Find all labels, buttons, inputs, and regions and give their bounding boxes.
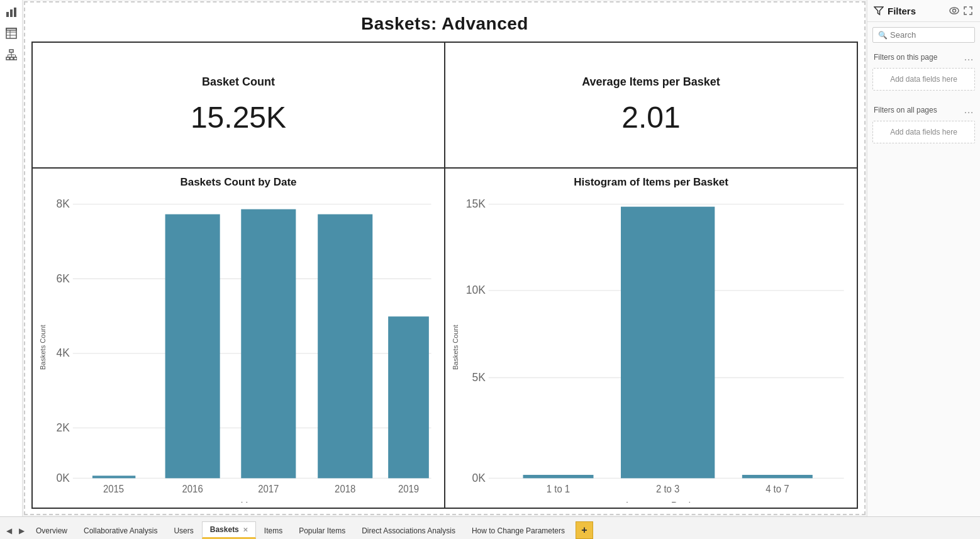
- tab-collaborative-label: Collaborative Analysis: [84, 526, 157, 535]
- svg-rect-10: [10, 57, 13, 60]
- tab-popular-items-label: Popular Items: [299, 526, 345, 535]
- filter-icon: [874, 6, 884, 16]
- tab-collaborative-analysis[interactable]: Collaborative Analysis: [75, 521, 165, 539]
- tabs-bar: ◀ ▶ Overview Collaborative Analysis User…: [0, 516, 980, 539]
- svg-text:4K: 4K: [57, 347, 70, 360]
- chart2-title: Histogram of Items per Basket: [450, 176, 852, 189]
- kpi2-title: Average Items per Basket: [582, 75, 720, 89]
- svg-text:8K: 8K: [57, 197, 70, 210]
- eye-icon[interactable]: [949, 5, 960, 16]
- filters-on-page-label: Filters on this page: [874, 53, 937, 62]
- svg-rect-33: [318, 214, 372, 479]
- kpi1-title: Basket Count: [202, 75, 275, 89]
- tab-baskets-label: Baskets: [210, 525, 239, 534]
- svg-point-54: [950, 8, 959, 14]
- kpi2-value: 2.01: [621, 100, 680, 135]
- svg-rect-0: [6, 12, 9, 17]
- kpi-avg-items: Average Items per Basket 2.01: [445, 42, 857, 168]
- tab-overview[interactable]: Overview: [28, 521, 75, 539]
- table-icon[interactable]: [4, 26, 18, 40]
- expand-icon[interactable]: [962, 5, 974, 16]
- svg-text:5K: 5K: [472, 370, 486, 384]
- chart1-y-label: Baskets Count: [38, 192, 48, 503]
- svg-text:4 to 7: 4 to 7: [766, 484, 789, 495]
- svg-text:0K: 0K: [472, 471, 486, 484]
- svg-marker-53: [874, 7, 883, 14]
- svg-rect-31: [241, 209, 296, 479]
- svg-rect-50: [742, 475, 813, 478]
- chart2-svg: 15K 10K 5K 0K 1 to 1: [460, 192, 852, 503]
- svg-text:2015: 2015: [103, 484, 124, 495]
- filters-header: Filters: [867, 0, 980, 22]
- svg-rect-46: [523, 475, 594, 478]
- svg-text:10K: 10K: [466, 284, 486, 297]
- svg-text:0K: 0K: [57, 471, 70, 484]
- tab-direct-associations-label: Direct Associations Analysis: [362, 526, 455, 535]
- kpi-basket-count: Basket Count 15.25K: [32, 42, 445, 168]
- tab-prev-btn[interactable]: ◀: [3, 523, 15, 539]
- search-icon: 🔍: [878, 31, 888, 40]
- tab-items[interactable]: Items: [256, 521, 291, 539]
- chart2-y-label: Baskets Count: [450, 192, 460, 503]
- svg-text:2 to 3: 2 to 3: [656, 484, 679, 495]
- chart-icon[interactable]: [4, 5, 18, 19]
- chart-baskets-by-date: Baskets Count by Date Baskets Count 8K 6…: [32, 168, 445, 508]
- svg-text:2016: 2016: [182, 484, 203, 495]
- filters-on-this-page-header: Filters on this page …: [867, 48, 980, 65]
- filters-on-page-menu[interactable]: …: [964, 52, 974, 63]
- kpi1-value: 15.25K: [191, 100, 286, 135]
- chart-histogram: Histogram of Items per Basket Baskets Co…: [445, 168, 857, 508]
- svg-rect-9: [6, 57, 9, 60]
- add-data-fields-page[interactable]: Add data fields here: [872, 68, 975, 91]
- sidebar: [0, 0, 23, 516]
- svg-text:2019: 2019: [398, 484, 419, 495]
- chart1-title: Baskets Count by Date: [38, 176, 439, 189]
- tab-how-to-change-label: How to Change Parameters: [472, 526, 565, 535]
- svg-rect-8: [9, 50, 13, 52]
- tab-items-label: Items: [264, 526, 282, 535]
- svg-text:2K: 2K: [57, 421, 70, 434]
- tab-baskets-close[interactable]: ✕: [243, 526, 248, 533]
- svg-text:Year: Year: [241, 499, 262, 503]
- add-data-fields-all[interactable]: Add data fields here: [872, 121, 975, 143]
- search-input[interactable]: [890, 30, 969, 40]
- chart1-wrapper: Baskets Count 8K 6K 4K 2K 0K: [38, 192, 439, 503]
- svg-rect-11: [14, 57, 17, 60]
- filters-all-pages-menu[interactable]: …: [964, 104, 974, 116]
- tab-how-to-change[interactable]: How to Change Parameters: [464, 521, 573, 539]
- tab-baskets[interactable]: Baskets ✕: [202, 521, 256, 539]
- filters-on-all-pages-header: Filters on all pages …: [867, 101, 980, 118]
- tab-users[interactable]: Users: [165, 521, 201, 539]
- svg-rect-27: [92, 475, 135, 478]
- svg-text:Items per Basket: Items per Basket: [626, 499, 703, 503]
- svg-rect-2: [14, 8, 16, 17]
- chart2-wrapper: Baskets Count 15K 10K 5K 0K: [450, 192, 852, 503]
- filters-all-pages-label: Filters on all pages: [874, 106, 937, 114]
- filters-panel: Filters 🔍 Filters on this page … Add dat…: [867, 0, 980, 516]
- svg-text:6K: 6K: [57, 272, 70, 285]
- svg-point-55: [953, 9, 956, 13]
- filters-title: Filters: [888, 6, 945, 16]
- svg-rect-1: [10, 9, 13, 17]
- svg-text:15K: 15K: [466, 197, 486, 210]
- svg-rect-48: [621, 207, 715, 479]
- content-area: Baskets: Advanced Basket Count 15.25K Av…: [24, 1, 866, 515]
- tab-direct-associations[interactable]: Direct Associations Analysis: [354, 521, 464, 539]
- hierarchy-icon[interactable]: [4, 48, 18, 62]
- svg-text:2018: 2018: [335, 484, 355, 495]
- tab-popular-items[interactable]: Popular Items: [291, 521, 354, 539]
- tab-users-label: Users: [174, 526, 193, 535]
- dashboard-grid: Basket Count 15.25K Average Items per Ba…: [31, 42, 858, 509]
- tab-overview-label: Overview: [36, 526, 67, 535]
- svg-rect-29: [165, 214, 220, 479]
- svg-text:2017: 2017: [258, 484, 279, 495]
- tab-add-btn[interactable]: +: [576, 521, 593, 539]
- svg-rect-35: [388, 316, 429, 478]
- tab-next-btn[interactable]: ▶: [15, 523, 28, 539]
- filter-search-box[interactable]: 🔍: [872, 27, 975, 43]
- chart1-svg: 8K 6K 4K 2K 0K: [48, 192, 439, 503]
- filters-header-icons: [949, 5, 974, 16]
- svg-text:1 to 1: 1 to 1: [547, 484, 570, 495]
- page-title: Baskets: Advanced: [25, 3, 864, 42]
